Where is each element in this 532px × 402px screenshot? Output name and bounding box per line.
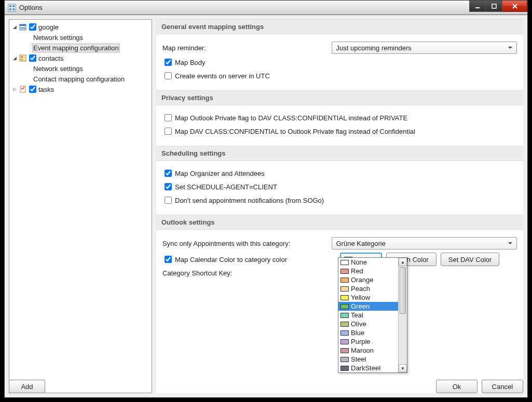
color-swatch-icon [340,304,349,309]
color-option-blue[interactable]: Blue [338,328,398,337]
tree-label: google [37,23,60,31]
color-swatch-icon [340,322,349,327]
tree-node-contacts[interactable]: ◢ contacts [10,53,151,63]
collapse-icon[interactable]: ◢ [11,56,18,61]
map-color-checkbox[interactable] [165,256,172,263]
color-option-label: Steel [351,355,366,363]
window-controls [469,1,527,12]
color-option-teal[interactable]: Teal [338,311,398,320]
footer: Add Ok Cancel [9,380,523,393]
expand-icon[interactable]: ▷ [11,87,18,92]
tree-label: Contact mapping configuration [32,75,126,83]
color-option-orange[interactable]: Orange [338,275,398,284]
color-option-label: None [351,258,367,266]
sched-opt2-label: Set SCHEDULE-AGENT=CLIENT [175,183,277,191]
titlebar: Options [5,1,527,15]
options-window: Options ◢ google Network settings Event … [4,0,528,398]
map-body-checkbox[interactable] [165,59,172,66]
privacy-opt1-label: Map Outlook Private flag to DAV CLASS:CO… [175,114,407,122]
tree-item-event-mapping[interactable]: Event mapping configuration [10,43,151,53]
tree-node-tasks[interactable]: ▷ tasks [10,84,151,94]
tree-checkbox-contacts[interactable] [29,54,36,62]
minimize-button[interactable] [469,1,486,12]
tree-item-contact-mapping[interactable]: Contact mapping configuration [10,74,151,84]
scroll-up-icon[interactable]: ▲ [399,258,407,266]
tasks-icon [19,85,27,93]
create-utc-checkbox[interactable] [165,72,172,79]
privacy-opt2-label: Map DAV CLASS:CONFIDENTIAL to Outlook Pr… [175,128,415,135]
section-privacy-header: Privacy settings [156,90,523,105]
maximize-button[interactable] [486,1,502,12]
close-button[interactable] [502,1,527,12]
contacts-icon [19,54,27,62]
color-option-label: Peach [351,285,370,293]
window-title: Options [19,4,43,11]
tree-label: tasks [37,86,55,93]
section-privacy-body: Map Outlook Private flag to DAV CLASS:CO… [156,105,523,146]
collapse-icon[interactable]: ◢ [11,24,18,30]
color-swatch-icon [340,330,349,336]
color-option-none[interactable]: None [338,258,398,267]
color-option-olive[interactable]: Olive [338,320,398,328]
tree-item-network-settings[interactable]: Network settings [10,32,151,43]
color-option-yellow[interactable]: Yellow [338,293,398,302]
tree-label: contacts [37,54,64,62]
tree-checkbox-tasks[interactable] [29,86,36,93]
section-outlook-header: Outlook settings [156,215,523,230]
sched-opt3-checkbox[interactable] [165,197,172,204]
color-option-label: Purple [351,338,371,345]
color-option-label: Blue [351,329,364,337]
set-dav-color-button[interactable]: Set DAV Color [441,253,500,266]
section-scheduling-header: Scheduling settings [156,146,523,161]
color-option-label: Green [351,302,370,310]
color-swatch-icon [340,295,349,300]
tree-label: Network settings [32,65,84,73]
tree-label: Network settings [32,34,84,41]
sched-opt2-checkbox[interactable] [165,183,172,190]
color-option-peach[interactable]: Peach [338,284,398,293]
color-swatch-icon [340,348,349,353]
tree-checkbox-google[interactable] [29,23,36,31]
color-option-label: DarkSteel [351,364,380,372]
sched-opt1-label: Map Organizer and Attendees [175,170,265,177]
color-option-label: Orange [351,276,373,284]
color-option-purple[interactable]: Purple [338,337,398,346]
cancel-button[interactable]: Cancel [482,380,523,393]
add-button[interactable]: Add [9,380,45,393]
color-swatch-icon [340,366,349,371]
sync-category-label: Sync only Appointments with this categor… [162,240,332,247]
color-swatch-icon [340,357,349,362]
map-reminder-select[interactable]: Just upcoming reminders [332,41,517,54]
color-option-label: Maroon [351,346,374,354]
color-swatch-icon [340,313,349,318]
tree-node-google[interactable]: ◢ google [10,22,151,32]
section-scheduling-body: Map Organizer and Attendees Set SCHEDULE… [156,161,523,215]
color-option-darksteel[interactable]: DarkSteel [338,364,398,372]
scroll-down-icon[interactable]: ▼ [399,364,407,372]
shortcut-key-label: Category Shortcut Key: [162,269,318,277]
dropdown-scrollbar[interactable]: ▲ ▼ [398,258,407,372]
sync-category-select[interactable]: Grüne Kategorie [332,237,517,249]
scroll-thumb[interactable] [400,267,406,314]
color-swatch-icon [340,269,349,274]
svg-rect-1 [9,5,11,7]
color-option-red[interactable]: Red [338,267,398,275]
color-option-green[interactable]: Green [338,302,398,311]
svg-rect-4 [12,8,15,10]
map-body-label: Map Body [175,59,206,66]
sched-opt1-checkbox[interactable] [165,170,172,177]
svg-rect-6 [492,4,496,8]
color-option-steel[interactable]: Steel [338,355,398,364]
privacy-opt2-checkbox[interactable] [165,128,172,135]
privacy-opt1-checkbox[interactable] [165,114,172,121]
tree-item-network-settings[interactable]: Network settings [10,63,151,74]
color-option-label: Olive [351,320,366,328]
section-general-header: General event mapping settings [156,19,523,34]
color-option-label: Yellow [351,294,370,301]
ok-button[interactable]: Ok [436,380,478,393]
color-option-maroon[interactable]: Maroon [338,346,398,355]
tree-panel[interactable]: ◢ google Network settings Event mapping … [9,19,152,393]
color-dropdown-list[interactable]: NoneRedOrangePeachYellowGreenTealOliveBl… [338,257,407,373]
create-utc-label: Create events on server in UTC [175,72,270,80]
color-swatch-icon [340,260,349,265]
